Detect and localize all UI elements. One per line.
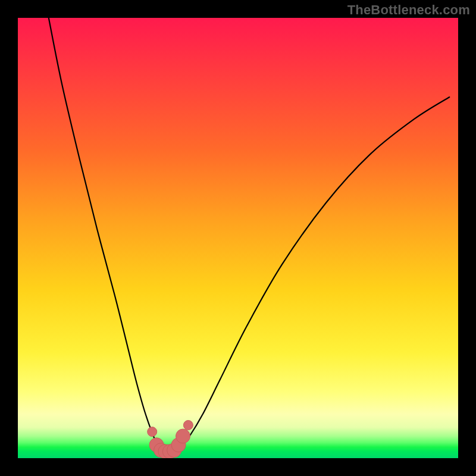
chart-svg bbox=[18, 18, 458, 458]
watermark-text: TheBottleneck.com bbox=[347, 2, 470, 18]
highlight-dot bbox=[148, 427, 157, 437]
highlight-dots-group bbox=[148, 421, 193, 459]
plot-area bbox=[18, 18, 458, 458]
chart-frame: TheBottleneck.com bbox=[0, 0, 476, 476]
highlight-dot bbox=[183, 421, 193, 430]
bottleneck-curve bbox=[49, 18, 449, 452]
highlight-dot bbox=[176, 429, 190, 443]
